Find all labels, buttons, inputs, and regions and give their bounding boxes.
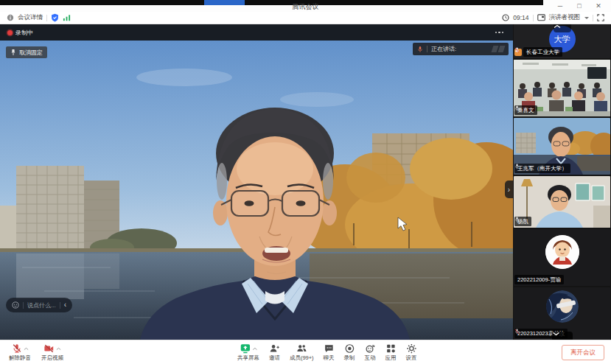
participants-strip: 大学 长春工业大学 — [513, 24, 611, 340]
share-screen-icon — [240, 343, 251, 354]
avatar — [546, 290, 579, 323]
members-icon — [296, 343, 307, 354]
participant-tile[interactable]: 2202212009-贾瑜 — [514, 229, 610, 286]
quick-chat-input[interactable]: 说点什么... ‹ — [6, 298, 72, 312]
invite-icon — [269, 343, 279, 354]
chevron-up-icon[interactable] — [56, 347, 61, 351]
divider — [23, 302, 24, 309]
participant-tile[interactable]: 杨凯 — [514, 176, 610, 228]
stage-top-overlay: 录制中 — [0, 24, 513, 41]
chevron-down-icon[interactable] — [584, 17, 589, 19]
participant-tile[interactable]: 王兆军（南开大学） — [514, 118, 610, 175]
speaker-video-frame — [0, 24, 513, 340]
participant-label: 长春工业大学 — [523, 47, 562, 57]
pin-icon — [10, 49, 16, 56]
chevron-up-icon[interactable] — [252, 347, 257, 351]
emoji-icon[interactable] — [12, 301, 19, 309]
recording-indicator: 录制中 — [7, 29, 33, 37]
window-title: 腾讯会议 — [0, 2, 611, 12]
unmute-button[interactable]: 解除静音 — [9, 343, 31, 362]
fullscreen-icon[interactable] — [597, 14, 604, 21]
muted-mic-icon — [514, 329, 520, 335]
active-mic-icon — [417, 46, 423, 53]
unpin-label: 取消固定 — [19, 49, 43, 57]
participant-label: 2202212009-贾瑜 — [514, 275, 564, 284]
chevron-up-icon[interactable] — [24, 347, 29, 351]
recording-label: 录制中 — [15, 29, 33, 37]
interact-icon — [365, 343, 375, 354]
settings-gear-icon — [406, 343, 416, 354]
meeting-duration: 09:14 — [513, 14, 528, 21]
security-shield-icon[interactable] — [51, 13, 59, 22]
window-titlebar: 腾讯会议 ─ □ ✕ — [0, 0, 611, 12]
record-icon — [344, 343, 355, 354]
info-icon[interactable] — [7, 14, 14, 21]
window-controls: ─ □ ✕ — [551, 0, 608, 12]
collapse-chat-icon[interactable]: ‹ — [64, 301, 66, 309]
scroll-down-icon[interactable] — [552, 332, 573, 340]
recording-dot-icon — [7, 30, 13, 35]
meeting-toolbar: 解除静音 开启视频 共享屏幕 邀请 成 — [0, 340, 611, 364]
view-mode-selector[interactable]: 演讲者视图 — [549, 13, 581, 22]
chat-icon — [324, 343, 334, 354]
participant-tile[interactable]: 2202312023袁梦汝 — [514, 287, 610, 340]
participant-tile[interactable]: 秦喜文 — [514, 60, 610, 116]
members-button[interactable]: 成员(99+) — [290, 343, 314, 362]
mic-icon — [514, 164, 520, 169]
main-speaker-video: 录制中 正在讲话: 取消固定 说点什么... ‹ › — [0, 24, 513, 340]
camera-off-icon — [43, 343, 55, 354]
record-button[interactable]: 录制 — [344, 343, 355, 362]
mic-icon — [514, 217, 520, 223]
close-button[interactable]: ✕ — [589, 0, 608, 12]
mic-icon — [514, 105, 520, 111]
divider — [593, 15, 593, 21]
participant-label: 杨凯 — [514, 217, 531, 226]
unpin-button[interactable]: 取消固定 — [6, 46, 47, 58]
divider — [427, 46, 427, 52]
collapse-strip-icon[interactable] — [554, 24, 571, 32]
interact-button[interactable]: 互动 — [365, 343, 376, 362]
network-signal-icon[interactable] — [63, 14, 71, 21]
invite-button[interactable]: 邀请 — [269, 343, 280, 362]
participant-label: 王兆军（南开大学） — [514, 164, 570, 173]
layout-view-icon — [537, 14, 545, 21]
meeting-details-label[interactable]: 会议详情 — [18, 13, 43, 22]
more-options-icon[interactable] — [493, 29, 506, 36]
avatar — [545, 235, 579, 269]
participant-tile[interactable]: 大学 长春工业大学 — [514, 24, 610, 58]
apps-button[interactable]: 应用 — [385, 343, 397, 362]
share-screen-button[interactable]: 共享屏幕 — [237, 343, 259, 362]
mic-off-icon — [12, 343, 22, 354]
settings-button[interactable]: 设置 — [406, 343, 417, 362]
speaking-label: 正在讲话: — [431, 45, 456, 53]
chat-button[interactable]: 聊天 — [324, 343, 335, 362]
apps-icon — [385, 343, 396, 354]
meeting-header: 会议详情 09:14 演讲者视图 — [0, 12, 611, 24]
participant-label: 秦喜文 — [514, 105, 537, 115]
clock-icon — [502, 14, 509, 21]
minimize-button[interactable]: ─ — [551, 0, 570, 12]
divider — [533, 15, 534, 21]
divider — [46, 15, 47, 21]
leave-meeting-button[interactable]: 离开会议 — [562, 345, 604, 360]
divider — [60, 302, 60, 309]
speaking-decoration — [492, 46, 504, 52]
chat-placeholder: 说点什么... — [27, 301, 56, 309]
start-video-button[interactable]: 开启视频 — [41, 343, 63, 362]
maximize-button[interactable]: □ — [570, 0, 589, 12]
panel-expand-icon[interactable]: › — [505, 181, 513, 198]
speaking-indicator: 正在讲话: — [413, 43, 509, 55]
